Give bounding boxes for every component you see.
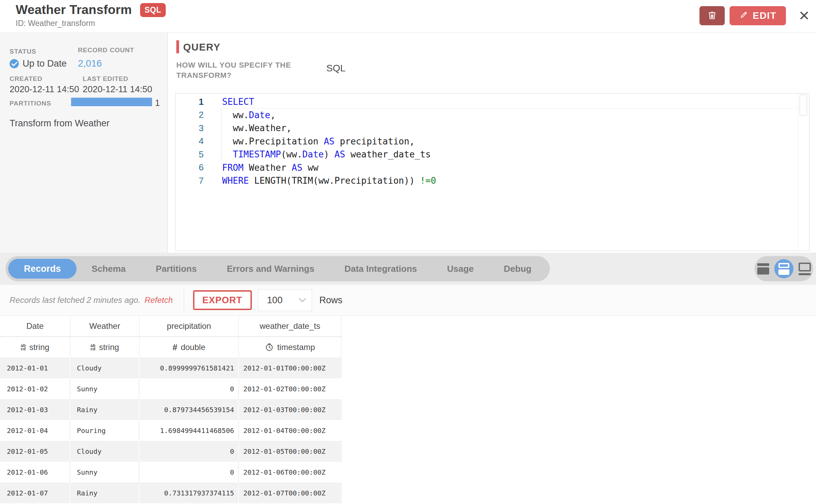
records-table: DateWeatherprecipitationweather_date_tsa… (0, 316, 342, 503)
last-edited-value: 2020-12-11 14:50 (83, 84, 152, 95)
code-line-5: 5 TIMESTAMP(ww.Date) AS weather_date_ts (176, 148, 809, 161)
code-text: ww.Precipitation AS precipitation, (221, 136, 415, 146)
type-label: timestamp (277, 342, 315, 352)
rows-per-page-select[interactable]: 100 (258, 289, 312, 311)
table-cell: 0.879734456539154 (139, 399, 239, 420)
line-number: 4 (176, 136, 221, 146)
table-cell: 2012-01-05T00:00:00Z (239, 441, 341, 462)
table-row: 2012-01-06Sunny02012-01-06T00:00:00Z (0, 462, 342, 482)
entity-id: ID: Weather_transform (16, 19, 166, 28)
clock-icon (265, 343, 274, 352)
table-cell: 1.6984994411468506 (139, 420, 239, 441)
table-cell: 0.8999999761581421 (139, 358, 239, 378)
partitions-count: 1 (155, 98, 160, 108)
editor-view-icon[interactable] (757, 263, 769, 275)
tab-debug[interactable]: Debug (504, 264, 531, 274)
table-cell: Sunny (70, 462, 139, 482)
pencil-icon (739, 10, 748, 22)
export-button[interactable]: EXPORT (193, 290, 252, 310)
table-row: 2012-01-01Cloudy0.89999997615814212012-0… (0, 358, 342, 378)
table-cell: 0 (139, 462, 239, 482)
table-cell: 0 (139, 378, 239, 399)
status-value: Up to Date (23, 58, 67, 69)
record-count-value[interactable]: 2,016 (78, 58, 134, 69)
tab-errors-and-warnings[interactable]: Errors and Warnings (227, 264, 314, 274)
column-type-weather: abcdstring (70, 337, 139, 358)
partitions-bar (71, 98, 152, 106)
rows-per-page-value: 100 (267, 295, 283, 306)
code-text: ww.Date, (221, 110, 276, 120)
table-cell: 2012-01-04 (0, 420, 70, 441)
close-icon[interactable]: ✕ (798, 9, 810, 23)
table-cell: 0.731317937374115 (139, 482, 239, 503)
sql-code-editor[interactable]: 1SELECT2 ww.Date,3 ww.Weather,4 ww.Preci… (175, 93, 810, 251)
column-header-weather_date_ts: weather_date_ts (239, 316, 341, 336)
tab-partitions[interactable]: Partitions (156, 264, 197, 274)
line-number: 7 (176, 176, 221, 186)
fetched-status-text: Records last fetched 2 minutes ago. (10, 295, 140, 305)
trash-icon (707, 10, 718, 22)
query-panel: QUERY HOW WILL YOU SPECIFY THE TRANSFORM… (168, 33, 816, 253)
lineage-description: Transform from Weather (10, 118, 110, 129)
code-text: TIMESTAMP(ww.Date) AS weather_date_ts (221, 149, 431, 159)
table-cell: 2012-01-06 (0, 462, 70, 482)
table-cell: Sunny (70, 378, 139, 399)
column-type-precipitation: #double (139, 337, 239, 358)
column-type-weather_date_ts: timestamp (239, 337, 341, 358)
tab-data-integrations[interactable]: Data Integrations (344, 264, 417, 274)
results-view-icon[interactable] (799, 263, 811, 275)
transform-type-value: SQL (326, 63, 345, 74)
bottom-tab-band: RecordsSchemaPartitionsErrors and Warnin… (0, 253, 816, 285)
section-accent-bar (176, 40, 179, 53)
header-actions: EDIT ✕ (699, 6, 810, 25)
type-label: string (29, 342, 50, 352)
edit-button[interactable]: EDIT (730, 6, 786, 25)
records-toolbar: Records last fetched 2 minutes ago. Refe… (0, 285, 816, 316)
column-header-precipitation: precipitation (139, 316, 239, 336)
type-label: string (99, 342, 119, 352)
tab-records[interactable]: Records (8, 259, 77, 279)
record-count-label: RECORD COUNT (78, 46, 134, 54)
table-cell: Rainy (70, 482, 139, 503)
table-row: 2012-01-05Cloudy02012-01-05T00:00:00Z (0, 441, 342, 462)
table-cell: Cloudy (70, 441, 139, 462)
table-row: 2012-01-03Rainy0.8797344565391542012-01-… (0, 399, 342, 420)
number-type-icon: # (173, 343, 177, 352)
table-cell: 2012-01-03T00:00:00Z (239, 399, 341, 420)
delete-button[interactable] (699, 6, 725, 25)
check-circle-icon (10, 59, 19, 68)
code-line-6: 6FROM Weather AS ww (176, 161, 809, 174)
rows-label: Rows (319, 295, 343, 306)
table-row: 2012-01-07Rainy0.7313179373741152012-01-… (0, 482, 342, 503)
sql-type-badge: SQL (140, 3, 166, 17)
table-cell: 2012-01-01 (0, 358, 70, 378)
table-cell: Rainy (70, 399, 139, 420)
refetch-link[interactable]: Refetch (145, 295, 173, 305)
created-value: 2020-12-11 14:50 (10, 84, 79, 95)
tab-list: RecordsSchemaPartitionsErrors and Warnin… (5, 256, 550, 281)
string-type-icon: abcd (91, 344, 96, 351)
table-cell: 0 (139, 441, 239, 462)
editor-scrollbar[interactable] (798, 94, 809, 251)
view-toggle-group (754, 256, 813, 281)
tab-usage[interactable]: Usage (447, 264, 474, 274)
type-label: double (181, 342, 205, 352)
editor-scrollbar-thumb[interactable] (800, 95, 807, 116)
line-number: 3 (176, 123, 221, 134)
code-text: WHERE LENGTH(TRIM(ww.Precipitation)) !=0 (221, 176, 436, 186)
split-view-icon[interactable] (774, 259, 793, 278)
table-cell: 2012-01-06T00:00:00Z (239, 462, 341, 482)
table-type-row: abcdstringabcdstring#doubletimestamp (0, 336, 342, 358)
code-line-2: 2 ww.Date, (176, 109, 809, 122)
tab-schema[interactable]: Schema (92, 264, 126, 274)
edit-button-label: EDIT (753, 10, 777, 21)
table-cell: 2012-01-03 (0, 399, 70, 420)
code-text: SELECT (221, 97, 254, 107)
line-number: 1 (176, 97, 221, 107)
table-cell: 2012-01-05 (0, 441, 70, 462)
transform-question-label: HOW WILL YOU SPECIFY THE TRANSFORM? (176, 60, 298, 81)
code-lines: 1SELECT2 ww.Date,3 ww.Weather,4 ww.Preci… (176, 95, 809, 187)
string-type-icon: abcd (21, 344, 26, 351)
code-text: ww.Weather, (221, 123, 292, 133)
toolbar-divider (184, 289, 184, 311)
